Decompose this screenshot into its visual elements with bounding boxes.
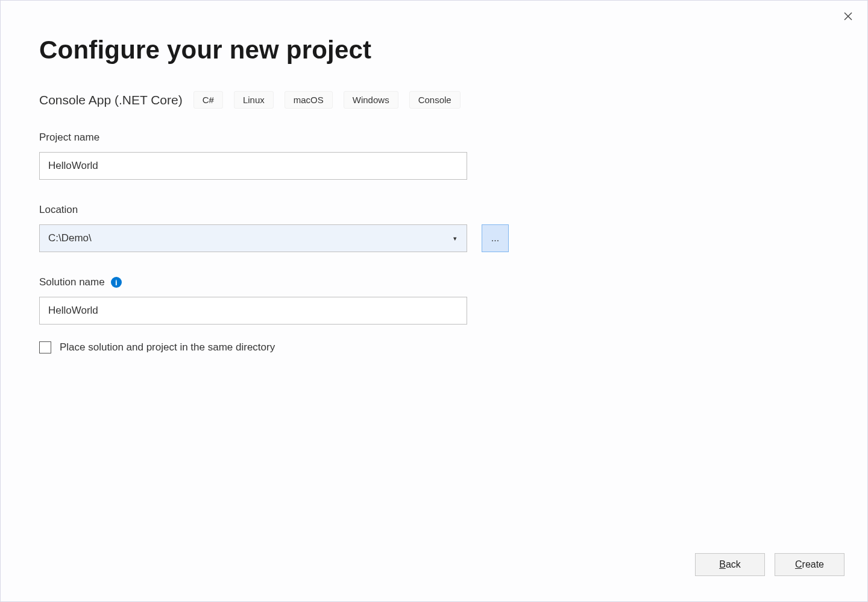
template-name: Console App (.NET Core) xyxy=(39,93,183,107)
location-label: Location xyxy=(39,204,687,216)
create-rest: reate xyxy=(802,559,824,569)
template-tag: Console xyxy=(409,91,461,109)
create-button[interactable]: Create xyxy=(775,553,844,576)
template-tag: macOS xyxy=(285,91,333,109)
page-title: Configure your new project xyxy=(39,36,687,65)
configure-project-dialog: Configure your new project Console App (… xyxy=(0,0,868,602)
solution-name-field: Solution name i xyxy=(39,276,687,325)
create-accel: C xyxy=(795,559,802,569)
solution-name-label: Solution name xyxy=(39,276,105,288)
template-tag: C# xyxy=(193,91,223,109)
project-name-field: Project name xyxy=(39,131,687,180)
back-button[interactable]: Back xyxy=(695,553,765,576)
back-rest: ack xyxy=(726,559,741,569)
browse-location-button[interactable]: ... xyxy=(482,224,509,252)
location-value: C:\Demo\ xyxy=(48,232,453,244)
same-directory-option[interactable]: Place solution and project in the same d… xyxy=(39,341,687,353)
ellipsis-icon: ... xyxy=(491,233,499,244)
close-button[interactable] xyxy=(841,9,855,24)
project-name-label: Project name xyxy=(39,131,687,144)
chevron-down-icon: ▾ xyxy=(453,235,457,242)
close-icon xyxy=(844,12,852,21)
solution-name-input[interactable] xyxy=(39,297,467,325)
dialog-footer: Back Create xyxy=(695,553,844,576)
template-tag: Windows xyxy=(344,91,398,109)
same-directory-label: Place solution and project in the same d… xyxy=(60,341,275,353)
back-accel: B xyxy=(719,559,726,569)
template-info-row: Console App (.NET Core) C# Linux macOS W… xyxy=(39,91,687,109)
project-name-input[interactable] xyxy=(39,152,467,180)
location-dropdown[interactable]: C:\Demo\ ▾ xyxy=(39,224,467,252)
same-directory-checkbox[interactable] xyxy=(39,341,51,353)
info-icon[interactable]: i xyxy=(111,277,122,288)
location-field: Location C:\Demo\ ▾ ... xyxy=(39,204,687,252)
template-tag: Linux xyxy=(234,91,274,109)
